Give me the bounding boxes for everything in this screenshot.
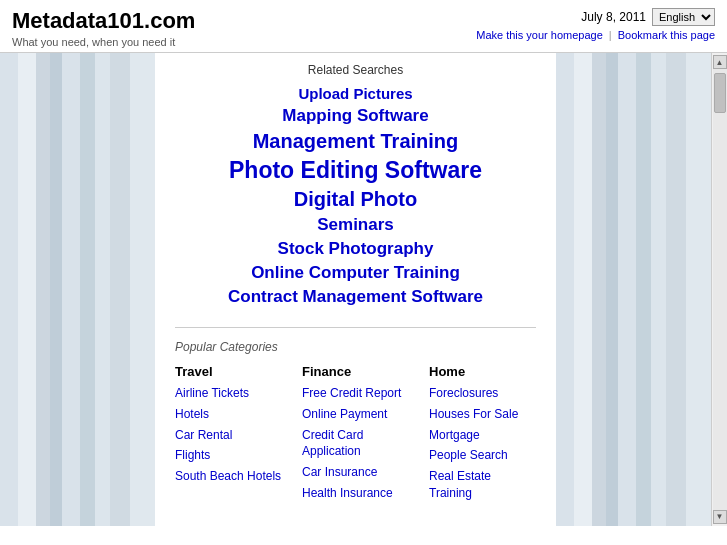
category-column-title: Travel (175, 364, 282, 379)
center-content: Related Searches Upload PicturesMapping … (155, 53, 556, 526)
category-link[interactable]: Flights (175, 447, 282, 464)
make-homepage-link[interactable]: Make this your homepage (476, 29, 603, 41)
separator: | (609, 29, 612, 41)
search-link[interactable]: Management Training (175, 130, 536, 153)
category-column: HomeForeclosuresHouses For SaleMortgageP… (429, 364, 536, 506)
search-link[interactable]: Upload Pictures (175, 85, 536, 102)
header: Metadata101.com What you need, when you … (0, 0, 727, 53)
main-content: Related Searches Upload PicturesMapping … (0, 53, 711, 526)
categories-grid: TravelAirline TicketsHotelsCar RentalFli… (175, 364, 536, 506)
scroll-up-button[interactable]: ▲ (713, 55, 727, 69)
category-link[interactable]: South Beach Hotels (175, 468, 282, 485)
category-column-title: Finance (302, 364, 409, 379)
header-left: Metadata101.com What you need, when you … (12, 8, 195, 48)
bookmark-link[interactable]: Bookmark this page (618, 29, 715, 41)
category-link[interactable]: Car Rental (175, 427, 282, 444)
scrollbar[interactable]: ▲ ▼ (711, 53, 727, 526)
category-column: TravelAirline TicketsHotelsCar RentalFli… (175, 364, 282, 506)
popular-categories-title: Popular Categories (175, 340, 536, 354)
left-decorative-panel (0, 53, 155, 526)
search-links-container: Upload PicturesMapping SoftwareManagemen… (175, 85, 536, 307)
search-link[interactable]: Mapping Software (175, 106, 536, 126)
right-decorative-panel (556, 53, 711, 526)
language-select[interactable]: English (652, 8, 715, 26)
related-searches-title: Related Searches (175, 63, 536, 77)
header-links: Make this your homepage | Bookmark this … (476, 29, 715, 41)
category-link[interactable]: Mortgage (429, 427, 536, 444)
category-link[interactable]: Foreclosures (429, 385, 536, 402)
category-column: FinanceFree Credit ReportOnline PaymentC… (302, 364, 409, 506)
header-right: July 8, 2011 English Make this your home… (476, 8, 715, 41)
header-date: July 8, 2011 (581, 10, 646, 24)
category-link[interactable]: Car Insurance (302, 464, 409, 481)
category-link[interactable]: Hotels (175, 406, 282, 423)
category-link[interactable]: Credit Card Application (302, 427, 409, 461)
popular-categories-section: Popular Categories TravelAirline Tickets… (175, 327, 536, 506)
search-link[interactable]: Online Computer Training (175, 263, 536, 283)
category-link[interactable]: Houses For Sale (429, 406, 536, 423)
search-link[interactable]: Photo Editing Software (175, 157, 536, 184)
category-link[interactable]: Airline Tickets (175, 385, 282, 402)
category-column-title: Home (429, 364, 536, 379)
category-link[interactable]: Real Estate Training (429, 468, 536, 502)
search-link[interactable]: Digital Photo (175, 188, 536, 211)
search-link[interactable]: Contract Management Software (175, 287, 536, 307)
category-link[interactable]: People Search (429, 447, 536, 464)
search-link[interactable]: Seminars (175, 215, 536, 235)
category-link[interactable]: Online Payment (302, 406, 409, 423)
header-date-row: July 8, 2011 English (476, 8, 715, 26)
search-link[interactable]: Stock Photography (175, 239, 536, 259)
site-tagline: What you need, when you need it (12, 36, 195, 48)
scroll-track[interactable] (713, 69, 727, 510)
scroll-down-button[interactable]: ▼ (713, 510, 727, 524)
category-link[interactable]: Free Credit Report (302, 385, 409, 402)
category-link[interactable]: Health Insurance (302, 485, 409, 502)
site-title: Metadata101.com (12, 8, 195, 34)
related-searches-section: Related Searches Upload PicturesMapping … (175, 63, 536, 307)
scroll-thumb[interactable] (714, 73, 726, 113)
